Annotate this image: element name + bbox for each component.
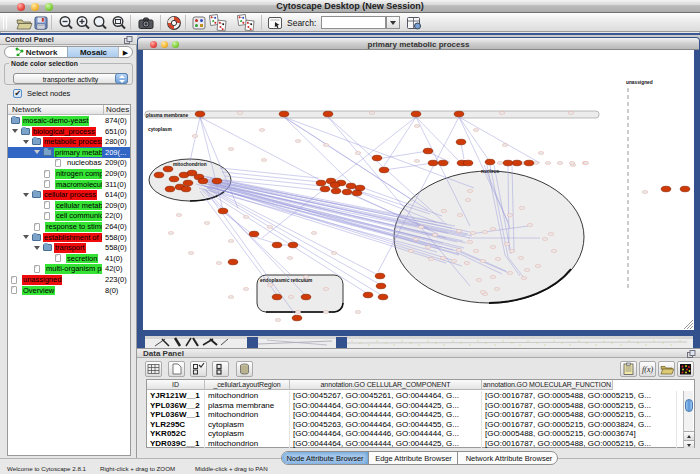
svg-text:cytoplasm: cytoplasm xyxy=(148,127,172,132)
svg-text:unassigned: unassigned xyxy=(626,80,653,85)
svg-text:mitochondrion: mitochondrion xyxy=(173,162,207,167)
svg-text:plasma membrane: plasma membrane xyxy=(146,113,188,118)
svg-text:f(x): f(x) xyxy=(642,365,653,374)
